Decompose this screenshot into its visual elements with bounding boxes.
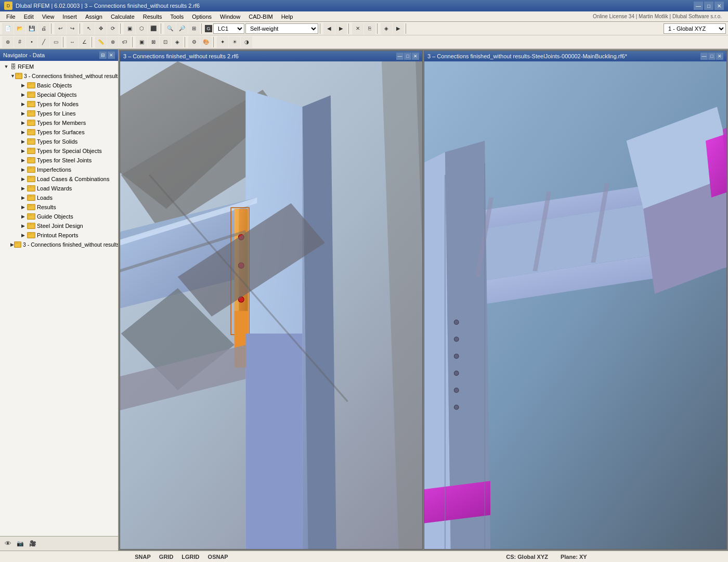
cs-select[interactable]: 1 - Global XYZ <box>664 23 726 34</box>
nav-restore-button[interactable]: ⊟ <box>99 52 107 59</box>
right-win-minimize[interactable]: — <box>700 53 708 60</box>
expand-loads[interactable]: ▶ <box>19 194 27 202</box>
right-viewport-scene[interactable] <box>424 61 726 549</box>
tree-item-special[interactable]: ▶ Special Objects <box>0 90 118 99</box>
color-options[interactable]: 🎨 <box>200 36 212 48</box>
nav-close-button[interactable]: ✕ <box>108 52 115 59</box>
next-lc[interactable]: ▶ <box>335 23 347 34</box>
expand-load-wizards[interactable]: ▶ <box>19 184 27 193</box>
front-view[interactable]: ▣ <box>136 36 147 48</box>
line-button[interactable]: ╱ <box>38 36 49 48</box>
tree-item-basic[interactable]: ▶ Basic Objects <box>0 81 118 90</box>
tree-item-model3[interactable]: ▼ 3 - Connections finished_without resul… <box>0 71 118 81</box>
surface-button[interactable]: ▭ <box>50 36 61 48</box>
expand-types-special[interactable]: ▶ <box>19 147 27 155</box>
zoom-in[interactable]: 🔍 <box>164 23 176 34</box>
expand-load-cases[interactable]: ▶ <box>19 175 27 183</box>
print-button[interactable]: 🖨 <box>38 23 49 34</box>
menu-insert[interactable]: Insert <box>58 12 81 21</box>
section-button[interactable]: ⊗ <box>107 36 119 48</box>
menu-tools[interactable]: Tools <box>166 12 188 21</box>
menu-view[interactable]: View <box>38 12 59 21</box>
prev-lc[interactable]: ◀ <box>323 23 335 34</box>
left-viewport-scene[interactable] <box>120 61 422 549</box>
display-options[interactable]: ⚙ <box>188 36 200 48</box>
tree-item-model3b[interactable]: ▶ 3 - Connections finished_without resul… <box>0 240 118 249</box>
menu-cadbim[interactable]: CAD-BIM <box>244 12 277 21</box>
redo-button[interactable]: ↪ <box>67 23 78 34</box>
expand-imperfections[interactable]: ▶ <box>19 165 27 174</box>
maximize-button[interactable]: □ <box>704 2 713 10</box>
zoom-all[interactable]: ⊞ <box>188 23 200 34</box>
tree-item-load-wizards[interactable]: ▶ Load Wizards <box>0 184 118 193</box>
tree-item-results[interactable]: ▶ Results <box>0 202 118 212</box>
menu-calculate[interactable]: Calculate <box>107 12 139 21</box>
measure-button[interactable]: 📏 <box>95 36 107 48</box>
view3d-button[interactable]: ▣ <box>124 23 135 34</box>
shadow-button[interactable]: ◑ <box>241 36 252 48</box>
lc-select[interactable]: LC1 <box>213 23 244 34</box>
expand-guide[interactable]: ▶ <box>19 212 27 221</box>
menu-file[interactable]: File <box>2 12 20 21</box>
tree-item-rfem[interactable]: ▼ 🗄 RFEM <box>0 62 118 71</box>
tree-item-types-steel[interactable]: ▶ Types for Steel Joints <box>0 156 118 165</box>
new-button[interactable]: 📄 <box>2 23 14 34</box>
expand-types-nodes[interactable]: ▶ <box>19 100 27 108</box>
nav-camera-button[interactable]: 📷 <box>15 538 26 550</box>
tree-item-load-cases[interactable]: ▶ Load Cases & Combinations <box>0 174 118 184</box>
delete-button[interactable]: ✕ <box>352 23 363 34</box>
right-win-content[interactable] <box>424 61 726 549</box>
nav-eye-button[interactable]: 👁 <box>2 538 14 550</box>
expand-types-solids[interactable]: ▶ <box>19 137 27 146</box>
iso-view[interactable]: ◈ <box>172 36 183 48</box>
solid-button[interactable]: ⬛ <box>148 23 159 34</box>
move-button[interactable]: ✥ <box>95 23 107 34</box>
menu-help[interactable]: Help <box>277 12 297 21</box>
nav-video-button[interactable]: 🎥 <box>27 538 38 550</box>
left-win-minimize[interactable]: — <box>396 53 404 60</box>
select-button[interactable]: ↖ <box>83 23 95 34</box>
right-win-close[interactable]: ✕ <box>716 53 723 60</box>
angle-button[interactable]: ∠ <box>79 36 90 48</box>
left-win-close[interactable]: ✕ <box>412 53 419 60</box>
tree-item-steel-joint[interactable]: ▶ Steel Joint Design <box>0 221 118 231</box>
expand-types-steel[interactable]: ▶ <box>19 156 27 164</box>
light-button[interactable]: ☀ <box>229 36 240 48</box>
minimize-button[interactable]: — <box>694 2 703 10</box>
zoom-out[interactable]: 🔎 <box>176 23 188 34</box>
snap-button[interactable]: ⊕ <box>2 36 14 48</box>
tree-item-types-nodes[interactable]: ▶ Types for Nodes <box>0 99 118 109</box>
node-button[interactable]: • <box>26 36 37 48</box>
left-win-content[interactable] <box>120 61 422 549</box>
tree-item-types-members[interactable]: ▶ Types for Members <box>0 118 118 127</box>
rotate-button[interactable]: ⟳ <box>107 23 119 34</box>
menu-window[interactable]: Window <box>216 12 244 21</box>
expand-printout[interactable]: ▶ <box>19 231 27 239</box>
open-button[interactable]: 📂 <box>14 23 25 34</box>
undo-button[interactable]: ↩ <box>55 23 66 34</box>
expand-steel-joint[interactable]: ▶ <box>19 222 27 230</box>
expand-types-members[interactable]: ▶ <box>19 119 27 127</box>
expand-results[interactable]: ▶ <box>19 203 27 211</box>
expand-model3[interactable]: ▼ <box>10 72 15 80</box>
render-quality[interactable]: ✦ <box>217 36 228 48</box>
animate-button[interactable]: ▶ <box>393 23 404 34</box>
tree-item-loads[interactable]: ▶ Loads <box>0 193 118 202</box>
tree-item-types-special[interactable]: ▶ Types for Special Objects <box>0 146 118 156</box>
expand-model3b[interactable]: ▶ <box>10 240 14 249</box>
lc-name-select[interactable]: Self-weight <box>245 23 318 34</box>
tree-item-guide[interactable]: ▶ Guide Objects <box>0 212 118 221</box>
tree-item-printout[interactable]: ▶ Printout Reports <box>0 231 118 240</box>
menu-assign[interactable]: Assign <box>81 12 107 21</box>
close-button[interactable]: ✕ <box>714 2 724 10</box>
tree-item-types-surfaces[interactable]: ▶ Types for Surfaces <box>0 127 118 137</box>
menu-edit[interactable]: Edit <box>20 12 38 21</box>
expand-types-surfaces[interactable]: ▶ <box>19 128 27 136</box>
tree-item-types-lines[interactable]: ▶ Types for Lines <box>0 109 118 118</box>
grid-button[interactable]: # <box>14 36 25 48</box>
wireframe-button[interactable]: ⬡ <box>136 23 147 34</box>
menu-options[interactable]: Options <box>188 12 216 21</box>
tree-item-types-solids[interactable]: ▶ Types for Solids <box>0 137 118 146</box>
save-button[interactable]: 💾 <box>26 23 37 34</box>
dimension-button[interactable]: ↔ <box>67 36 78 48</box>
